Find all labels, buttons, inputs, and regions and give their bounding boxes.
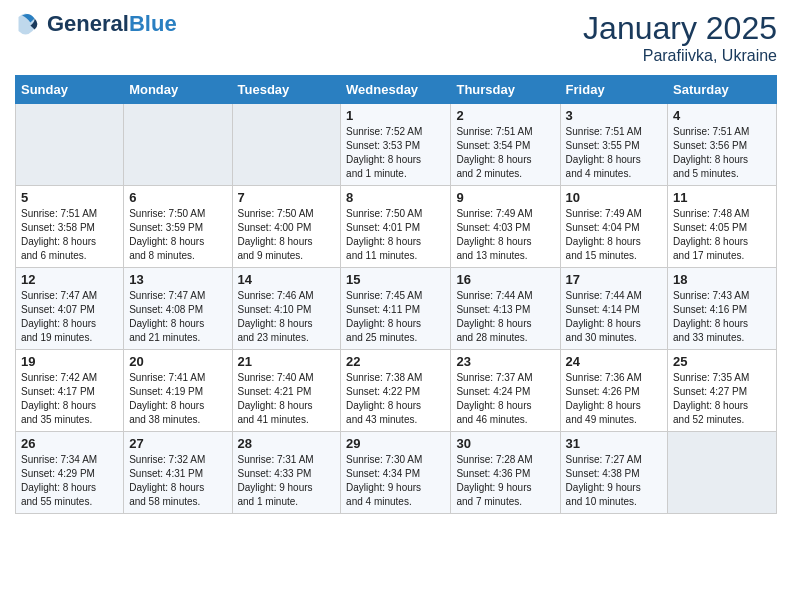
calendar-cell: [124, 104, 232, 186]
day-number: 8: [346, 190, 445, 205]
weekday-header-wednesday: Wednesday: [341, 76, 451, 104]
day-number: 29: [346, 436, 445, 451]
weekday-row: SundayMondayTuesdayWednesdayThursdayFrid…: [16, 76, 777, 104]
day-info: Sunrise: 7:36 AM Sunset: 4:26 PM Dayligh…: [566, 371, 662, 427]
day-info: Sunrise: 7:44 AM Sunset: 4:13 PM Dayligh…: [456, 289, 554, 345]
calendar-cell: 21Sunrise: 7:40 AM Sunset: 4:21 PM Dayli…: [232, 350, 341, 432]
calendar-body: 1Sunrise: 7:52 AM Sunset: 3:53 PM Daylig…: [16, 104, 777, 514]
day-number: 22: [346, 354, 445, 369]
day-info: Sunrise: 7:35 AM Sunset: 4:27 PM Dayligh…: [673, 371, 771, 427]
day-number: 11: [673, 190, 771, 205]
day-number: 13: [129, 272, 226, 287]
day-number: 2: [456, 108, 554, 123]
calendar: SundayMondayTuesdayWednesdayThursdayFrid…: [15, 75, 777, 514]
day-number: 14: [238, 272, 336, 287]
weekday-header-thursday: Thursday: [451, 76, 560, 104]
day-info: Sunrise: 7:51 AM Sunset: 3:58 PM Dayligh…: [21, 207, 118, 263]
calendar-cell: [16, 104, 124, 186]
day-number: 12: [21, 272, 118, 287]
calendar-cell: 5Sunrise: 7:51 AM Sunset: 3:58 PM Daylig…: [16, 186, 124, 268]
day-info: Sunrise: 7:40 AM Sunset: 4:21 PM Dayligh…: [238, 371, 336, 427]
day-info: Sunrise: 7:47 AM Sunset: 4:08 PM Dayligh…: [129, 289, 226, 345]
calendar-cell: 24Sunrise: 7:36 AM Sunset: 4:26 PM Dayli…: [560, 350, 667, 432]
calendar-cell: [232, 104, 341, 186]
calendar-cell: 8Sunrise: 7:50 AM Sunset: 4:01 PM Daylig…: [341, 186, 451, 268]
day-info: Sunrise: 7:49 AM Sunset: 4:04 PM Dayligh…: [566, 207, 662, 263]
day-number: 27: [129, 436, 226, 451]
calendar-cell: 19Sunrise: 7:42 AM Sunset: 4:17 PM Dayli…: [16, 350, 124, 432]
calendar-week-1: 5Sunrise: 7:51 AM Sunset: 3:58 PM Daylig…: [16, 186, 777, 268]
calendar-cell: 16Sunrise: 7:44 AM Sunset: 4:13 PM Dayli…: [451, 268, 560, 350]
day-info: Sunrise: 7:31 AM Sunset: 4:33 PM Dayligh…: [238, 453, 336, 509]
day-info: Sunrise: 7:50 AM Sunset: 4:01 PM Dayligh…: [346, 207, 445, 263]
day-number: 28: [238, 436, 336, 451]
weekday-header-sunday: Sunday: [16, 76, 124, 104]
day-info: Sunrise: 7:42 AM Sunset: 4:17 PM Dayligh…: [21, 371, 118, 427]
calendar-cell: 1Sunrise: 7:52 AM Sunset: 3:53 PM Daylig…: [341, 104, 451, 186]
day-number: 5: [21, 190, 118, 205]
day-number: 7: [238, 190, 336, 205]
day-info: Sunrise: 7:38 AM Sunset: 4:22 PM Dayligh…: [346, 371, 445, 427]
day-info: Sunrise: 7:51 AM Sunset: 3:54 PM Dayligh…: [456, 125, 554, 181]
day-number: 17: [566, 272, 662, 287]
calendar-cell: 4Sunrise: 7:51 AM Sunset: 3:56 PM Daylig…: [668, 104, 777, 186]
day-info: Sunrise: 7:50 AM Sunset: 3:59 PM Dayligh…: [129, 207, 226, 263]
day-info: Sunrise: 7:41 AM Sunset: 4:19 PM Dayligh…: [129, 371, 226, 427]
calendar-week-4: 26Sunrise: 7:34 AM Sunset: 4:29 PM Dayli…: [16, 432, 777, 514]
calendar-cell: 3Sunrise: 7:51 AM Sunset: 3:55 PM Daylig…: [560, 104, 667, 186]
calendar-header: SundayMondayTuesdayWednesdayThursdayFrid…: [16, 76, 777, 104]
calendar-cell: 7Sunrise: 7:50 AM Sunset: 4:00 PM Daylig…: [232, 186, 341, 268]
logo-text: GeneralBlue: [47, 12, 177, 36]
day-info: Sunrise: 7:48 AM Sunset: 4:05 PM Dayligh…: [673, 207, 771, 263]
calendar-cell: 13Sunrise: 7:47 AM Sunset: 4:08 PM Dayli…: [124, 268, 232, 350]
day-number: 6: [129, 190, 226, 205]
calendar-cell: 9Sunrise: 7:49 AM Sunset: 4:03 PM Daylig…: [451, 186, 560, 268]
day-number: 15: [346, 272, 445, 287]
day-info: Sunrise: 7:30 AM Sunset: 4:34 PM Dayligh…: [346, 453, 445, 509]
calendar-cell: 15Sunrise: 7:45 AM Sunset: 4:11 PM Dayli…: [341, 268, 451, 350]
month-title: January 2025: [583, 10, 777, 47]
day-info: Sunrise: 7:52 AM Sunset: 3:53 PM Dayligh…: [346, 125, 445, 181]
calendar-cell: 18Sunrise: 7:43 AM Sunset: 4:16 PM Dayli…: [668, 268, 777, 350]
calendar-cell: 12Sunrise: 7:47 AM Sunset: 4:07 PM Dayli…: [16, 268, 124, 350]
calendar-cell: 6Sunrise: 7:50 AM Sunset: 3:59 PM Daylig…: [124, 186, 232, 268]
day-info: Sunrise: 7:51 AM Sunset: 3:55 PM Dayligh…: [566, 125, 662, 181]
calendar-cell: 14Sunrise: 7:46 AM Sunset: 4:10 PM Dayli…: [232, 268, 341, 350]
day-info: Sunrise: 7:37 AM Sunset: 4:24 PM Dayligh…: [456, 371, 554, 427]
calendar-cell: 30Sunrise: 7:28 AM Sunset: 4:36 PM Dayli…: [451, 432, 560, 514]
day-info: Sunrise: 7:51 AM Sunset: 3:56 PM Dayligh…: [673, 125, 771, 181]
day-number: 30: [456, 436, 554, 451]
day-info: Sunrise: 7:50 AM Sunset: 4:00 PM Dayligh…: [238, 207, 336, 263]
calendar-cell: 31Sunrise: 7:27 AM Sunset: 4:38 PM Dayli…: [560, 432, 667, 514]
logo: GeneralBlue: [15, 10, 177, 38]
weekday-header-friday: Friday: [560, 76, 667, 104]
calendar-cell: 11Sunrise: 7:48 AM Sunset: 4:05 PM Dayli…: [668, 186, 777, 268]
calendar-cell: 25Sunrise: 7:35 AM Sunset: 4:27 PM Dayli…: [668, 350, 777, 432]
calendar-cell: 20Sunrise: 7:41 AM Sunset: 4:19 PM Dayli…: [124, 350, 232, 432]
day-number: 20: [129, 354, 226, 369]
day-number: 24: [566, 354, 662, 369]
day-info: Sunrise: 7:34 AM Sunset: 4:29 PM Dayligh…: [21, 453, 118, 509]
calendar-cell: 17Sunrise: 7:44 AM Sunset: 4:14 PM Dayli…: [560, 268, 667, 350]
day-info: Sunrise: 7:47 AM Sunset: 4:07 PM Dayligh…: [21, 289, 118, 345]
day-info: Sunrise: 7:49 AM Sunset: 4:03 PM Dayligh…: [456, 207, 554, 263]
calendar-cell: 28Sunrise: 7:31 AM Sunset: 4:33 PM Dayli…: [232, 432, 341, 514]
day-info: Sunrise: 7:44 AM Sunset: 4:14 PM Dayligh…: [566, 289, 662, 345]
day-info: Sunrise: 7:45 AM Sunset: 4:11 PM Dayligh…: [346, 289, 445, 345]
day-number: 1: [346, 108, 445, 123]
calendar-cell: 2Sunrise: 7:51 AM Sunset: 3:54 PM Daylig…: [451, 104, 560, 186]
calendar-week-3: 19Sunrise: 7:42 AM Sunset: 4:17 PM Dayli…: [16, 350, 777, 432]
day-number: 31: [566, 436, 662, 451]
calendar-cell: 10Sunrise: 7:49 AM Sunset: 4:04 PM Dayli…: [560, 186, 667, 268]
day-info: Sunrise: 7:43 AM Sunset: 4:16 PM Dayligh…: [673, 289, 771, 345]
calendar-cell: [668, 432, 777, 514]
weekday-header-saturday: Saturday: [668, 76, 777, 104]
day-number: 18: [673, 272, 771, 287]
calendar-cell: 23Sunrise: 7:37 AM Sunset: 4:24 PM Dayli…: [451, 350, 560, 432]
weekday-header-monday: Monday: [124, 76, 232, 104]
day-number: 23: [456, 354, 554, 369]
day-number: 19: [21, 354, 118, 369]
day-number: 16: [456, 272, 554, 287]
weekday-header-tuesday: Tuesday: [232, 76, 341, 104]
title-block: January 2025 Parafiivka, Ukraine: [583, 10, 777, 65]
